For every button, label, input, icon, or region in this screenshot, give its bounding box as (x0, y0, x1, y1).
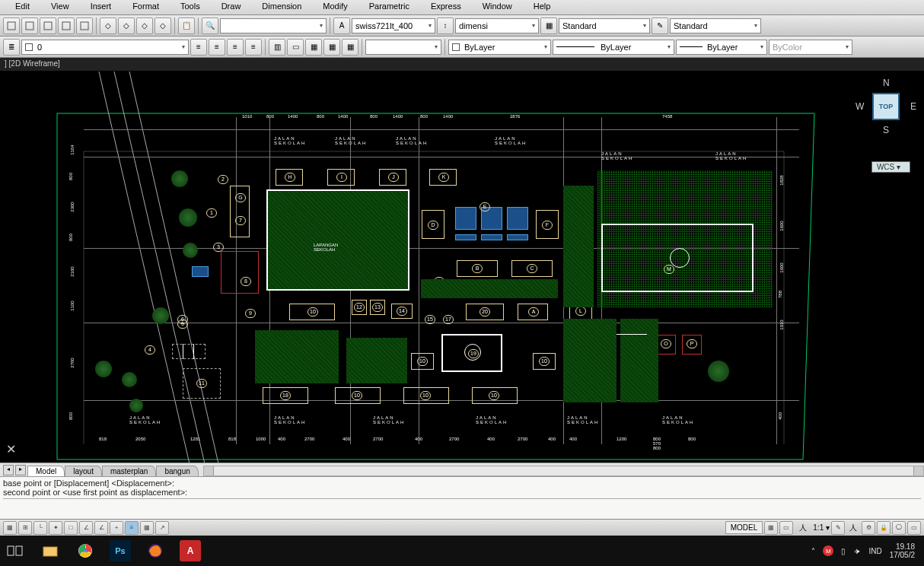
block-select[interactable] (365, 40, 441, 55)
space-model[interactable]: MODEL (725, 521, 763, 534)
sb-clean[interactable]: ▭ (907, 521, 921, 535)
taskview-icon[interactable] (5, 540, 26, 561)
tool-cube3[interactable] (40, 17, 56, 34)
qp-icon[interactable]: ↗ (155, 521, 169, 535)
menu-view[interactable]: View (40, 0, 80, 14)
tab-nav-right[interactable]: ▸ (15, 465, 26, 475)
cmd-input[interactable] (3, 498, 921, 510)
osnap3d-icon[interactable]: ∠ (79, 521, 93, 535)
grp1[interactable]: ▥ (269, 39, 285, 56)
lwt-icon[interactable]: ≡ (125, 521, 139, 535)
tool-paste[interactable]: 📋 (178, 17, 195, 34)
tab-nav-left[interactable]: ◂ (3, 465, 14, 475)
menu-help[interactable]: Help (523, 0, 562, 14)
autocad-icon[interactable]: A (180, 540, 201, 561)
lineweight-select[interactable]: ByLayer (676, 40, 767, 55)
polar-icon[interactable]: ✦ (49, 521, 62, 535)
tab-masterplan[interactable]: masterplan (102, 466, 156, 476)
explorer-icon[interactable] (40, 540, 61, 561)
menu-edit[interactable]: Edit (5, 0, 40, 14)
tab-bangun[interactable]: bangun (156, 466, 198, 476)
close-icon[interactable]: ✕ (6, 442, 16, 456)
photoshop-icon[interactable]: Ps (110, 540, 131, 561)
sb-monitor[interactable]: 🖵 (892, 521, 906, 535)
layer-props-icon[interactable]: ≣ (3, 39, 20, 56)
layer-b2[interactable]: ≡ (209, 39, 225, 56)
sb-anno[interactable]: ✎ (831, 521, 845, 535)
viewport-title: ] [2D Wireframe] (0, 58, 924, 72)
plotstyle-select[interactable]: ByColor (769, 40, 852, 55)
menu-draw[interactable]: Draw (211, 0, 252, 14)
tool-search[interactable]: 🔍 (202, 17, 218, 34)
system-tray: ˄ M ▯ 🕩 IND 19.18 17/05/2 (811, 542, 919, 559)
firefox-icon[interactable] (145, 540, 166, 561)
linetype-select[interactable]: ByLayer (553, 40, 674, 55)
grp3[interactable]: ▦ (305, 39, 322, 56)
text-style[interactable]: swiss721lt_400 (352, 18, 435, 33)
menu-express[interactable]: Express (420, 0, 472, 14)
grid-icon[interactable]: ⊞ (18, 521, 32, 535)
menu-dimension[interactable]: Dimension (251, 0, 312, 14)
dyn-icon[interactable]: + (110, 521, 123, 535)
dimstyle-icon[interactable]: ↕ (437, 17, 454, 34)
table-style[interactable]: Standard (559, 18, 650, 33)
tab-model[interactable]: Model (27, 466, 65, 476)
layer-b1[interactable]: ≡ (190, 39, 207, 56)
tab-layout[interactable]: layout (65, 466, 102, 476)
tool-cube1[interactable] (3, 17, 20, 34)
dim-style[interactable]: dimensi (455, 18, 539, 33)
snap-icon[interactable]: ▦ (3, 521, 17, 535)
cmd-line1: base point or [Displacement] <Displaceme… (3, 479, 921, 488)
viewcube-n[interactable]: N (883, 78, 890, 88)
layer-b3[interactable]: ≡ (227, 39, 244, 56)
grp5[interactable]: ▦ (342, 39, 358, 56)
menu-insert[interactable]: Insert (80, 0, 123, 14)
clock-time[interactable]: 19.18 (890, 542, 915, 551)
ortho-icon[interactable]: └ (33, 521, 47, 535)
grp4[interactable]: ▦ (323, 39, 340, 56)
menu-parametric[interactable]: Parametric (358, 0, 420, 14)
drawing-canvas[interactable]: N S E W TOP WCS ▾ ✕ 1010 800 140 (0, 72, 924, 463)
command-window[interactable]: base point or [Displacement] <Displaceme… (0, 476, 924, 519)
tool-cube4[interactable] (58, 17, 75, 34)
tool-cube2[interactable] (21, 17, 38, 34)
tablestyle-icon[interactable]: ▦ (540, 17, 557, 34)
color-select[interactable]: ByLayer (448, 40, 551, 55)
sb-gear[interactable]: ⚙ (862, 521, 875, 535)
svg-rect-3 (62, 22, 70, 30)
layer-select[interactable]: 0 (21, 40, 189, 55)
grp2[interactable]: ▭ (287, 39, 304, 56)
menu-modify[interactable]: Modify (312, 0, 358, 14)
tray-lang[interactable]: IND (868, 547, 881, 555)
mleader-style[interactable]: Standard (670, 18, 761, 33)
tool-poly1[interactable]: ◇ (100, 17, 116, 34)
tray-net-icon[interactable]: ▯ (841, 547, 846, 555)
viewcube-e[interactable]: E (910, 101, 916, 112)
tray-m-icon[interactable]: M (823, 545, 833, 556)
search-drop[interactable] (220, 18, 327, 33)
svg-rect-7 (43, 547, 57, 556)
tool-poly4[interactable]: ◇ (155, 17, 171, 34)
annotation-scale[interactable]: 1:1 ▾ (813, 523, 830, 532)
sb-grid[interactable]: ▦ (764, 521, 778, 535)
clock-date[interactable]: 17/05/2 (890, 551, 915, 559)
layer-b4[interactable]: ≡ (245, 39, 262, 56)
sb-lock[interactable]: 🔒 (877, 521, 891, 535)
tool-cube5[interactable] (76, 17, 93, 34)
tool-poly2[interactable]: ◇ (118, 17, 135, 34)
sb-layout[interactable]: ▭ (779, 521, 793, 535)
menu-tools[interactable]: Tools (170, 0, 211, 14)
otrack-icon[interactable]: ∠ (94, 521, 108, 535)
tray-up-icon[interactable]: ˄ (811, 547, 815, 555)
hscrollbar[interactable] (203, 466, 924, 476)
tray-vol-icon[interactable]: 🕩 (853, 547, 861, 555)
svg-rect-6 (16, 546, 22, 555)
chrome-icon[interactable] (75, 540, 96, 561)
osnap-icon[interactable]: □ (64, 521, 78, 535)
mleader-icon[interactable]: ✎ (652, 17, 668, 34)
tool-poly3[interactable]: ◇ (136, 17, 153, 34)
tpy-icon[interactable]: ▦ (140, 521, 154, 535)
textstyle-icon[interactable]: A (333, 17, 350, 34)
menu-format[interactable]: Format (122, 0, 170, 14)
menu-window[interactable]: Window (472, 0, 523, 14)
